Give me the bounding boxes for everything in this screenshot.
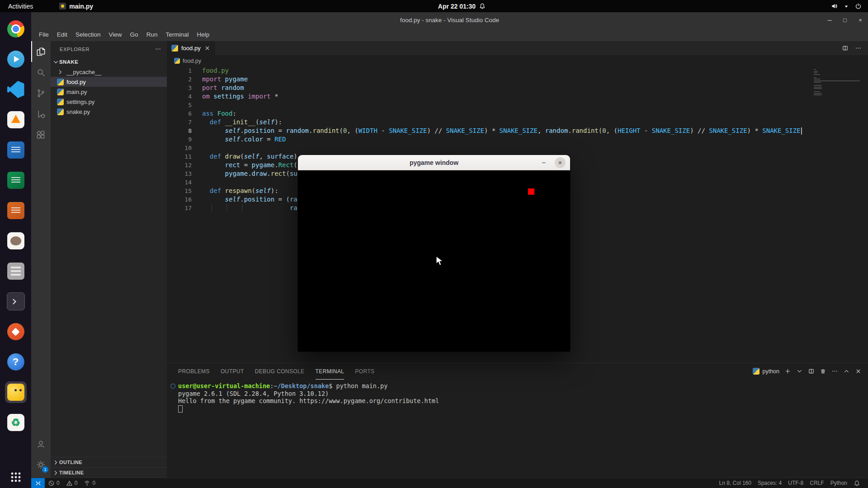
panel-tab-debug-console[interactable]: DEBUG CONSOLE bbox=[255, 363, 305, 380]
encoding[interactable]: UTF-8 bbox=[785, 478, 807, 488]
vscode-title-bar[interactable]: food.py - snake - Visual Studio Code ─□× bbox=[31, 12, 868, 28]
minimap-line bbox=[814, 85, 822, 86]
search-button[interactable] bbox=[31, 62, 51, 83]
dock-item-vlc[interactable] bbox=[5, 109, 27, 131]
pygame-minimize-button[interactable]: − bbox=[538, 157, 549, 168]
cursor-position[interactable]: Ln 8, Col 160 bbox=[716, 478, 755, 488]
file-snake-py[interactable]: snake.py bbox=[51, 107, 167, 117]
split-button[interactable] bbox=[808, 368, 815, 375]
minimap-line bbox=[814, 87, 822, 88]
panel-tab-problems[interactable]: PROBLEMS bbox=[178, 363, 210, 380]
panel-tab-output[interactable]: OUTPUT bbox=[221, 363, 244, 380]
code-line-6[interactable]: 6ass Food: bbox=[167, 109, 868, 118]
dock-item-trash[interactable]: ♻ bbox=[5, 412, 27, 433]
activities-button[interactable]: Activities bbox=[0, 0, 41, 12]
settings-gear-button[interactable]: 1 bbox=[31, 454, 51, 475]
extensions-button[interactable] bbox=[31, 124, 51, 145]
split-button[interactable] bbox=[842, 45, 849, 52]
pygame-title-bar[interactable]: pygame window −× bbox=[298, 155, 570, 170]
close-button[interactable]: × bbox=[853, 12, 868, 28]
pygame-window[interactable]: pygame window −× bbox=[298, 155, 570, 352]
code-line-2[interactable]: 2mport pygame bbox=[167, 75, 868, 84]
file-label: settings.py bbox=[66, 99, 94, 105]
minimap[interactable] bbox=[812, 66, 862, 363]
dock-item-chrome[interactable] bbox=[5, 18, 27, 40]
more-button[interactable] bbox=[855, 45, 862, 52]
command-decoration[interactable] bbox=[170, 384, 175, 389]
file-food-py[interactable]: food.py bbox=[51, 77, 167, 87]
file-settings-py[interactable]: settings.py bbox=[51, 97, 167, 107]
plus-button[interactable] bbox=[784, 368, 791, 375]
explorer-more-icon[interactable] bbox=[155, 46, 161, 52]
eol-sequence[interactable]: CRLF bbox=[807, 478, 827, 488]
dock-item-terminal[interactable] bbox=[5, 291, 27, 312]
code-line-1[interactable]: 1food.py bbox=[167, 66, 868, 75]
close-button[interactable] bbox=[855, 368, 862, 375]
terminal-instance-label[interactable]: python bbox=[753, 368, 779, 375]
chevron-down-icon bbox=[796, 368, 803, 375]
chevron-up-button[interactable] bbox=[843, 368, 850, 375]
code-line-4[interactable]: 4om settings import * bbox=[167, 92, 868, 101]
panel-tab-terminal[interactable]: TERMINAL bbox=[316, 363, 344, 380]
chevron-down-button[interactable] bbox=[796, 368, 803, 375]
terminal[interactable]: user@user-virtual-machine:~/Desktop/snak… bbox=[167, 379, 868, 478]
code-line-9[interactable]: 9 self.color = RED bbox=[167, 135, 868, 144]
focused-app-indicator[interactable]: main.py bbox=[59, 3, 93, 10]
menu-file[interactable]: File bbox=[35, 29, 53, 39]
minimize-button[interactable]: ─ bbox=[822, 12, 837, 28]
indentation[interactable]: Spaces: 4 bbox=[755, 478, 785, 488]
dock-item-vscode[interactable] bbox=[5, 79, 27, 100]
code-line-7[interactable]: 7 def __init__(self): bbox=[167, 118, 868, 127]
section-outline[interactable]: OUTLINE bbox=[51, 457, 167, 467]
run-debug-button[interactable] bbox=[31, 103, 51, 124]
remote-indicator[interactable] bbox=[31, 478, 45, 488]
account-button[interactable] bbox=[31, 433, 51, 454]
dock-item-files[interactable] bbox=[5, 260, 27, 282]
project-section-header[interactable]: SNAKE bbox=[51, 57, 167, 67]
dock-item-pygame[interactable] bbox=[5, 381, 27, 403]
show-applications-button[interactable] bbox=[10, 472, 21, 483]
dock-item-telegram[interactable] bbox=[5, 48, 27, 70]
menu-edit[interactable]: Edit bbox=[53, 29, 71, 39]
code-line-3[interactable]: 3port random bbox=[167, 84, 868, 92]
menu-view[interactable]: View bbox=[105, 29, 126, 39]
file-main-py[interactable]: main.py bbox=[51, 87, 167, 97]
explorer-button[interactable] bbox=[31, 41, 51, 62]
close-tab-icon[interactable] bbox=[204, 45, 211, 52]
menu-go[interactable]: Go bbox=[126, 29, 142, 39]
status-bar: 000 Ln 8, Col 160Spaces: 4UTF-8CRLFPytho… bbox=[31, 478, 868, 488]
dock-item-gimp[interactable] bbox=[5, 230, 27, 252]
pygame-close-button[interactable]: × bbox=[555, 157, 566, 168]
split-icon bbox=[842, 45, 849, 52]
dock-item-help[interactable]: ? bbox=[5, 351, 27, 373]
dock-item-libreoffice-impress[interactable] bbox=[5, 200, 27, 221]
menu-run[interactable]: Run bbox=[142, 29, 162, 39]
system-status-area[interactable] bbox=[831, 3, 868, 9]
dock-item-ubuntu-software[interactable] bbox=[5, 321, 27, 343]
file--pycache-[interactable]: __pycache__ bbox=[51, 67, 167, 77]
code-line-10[interactable]: 10 bbox=[167, 144, 868, 152]
menu-selection[interactable]: Selection bbox=[71, 29, 105, 39]
breadcrumb[interactable]: food.py bbox=[167, 55, 868, 66]
trash-button[interactable] bbox=[820, 368, 826, 375]
dock-item-libreoffice-writer[interactable] bbox=[5, 139, 27, 161]
problems-errors[interactable]: 0 bbox=[45, 478, 63, 488]
code-line-8[interactable]: 8 self.position = random.randint(0, (WID… bbox=[167, 127, 868, 135]
code-line-5[interactable]: 5 bbox=[167, 101, 868, 109]
problems-warnings[interactable]: 0 bbox=[63, 478, 81, 488]
menu-help[interactable]: Help bbox=[193, 29, 213, 39]
section-timeline[interactable]: TIMELINE bbox=[51, 467, 167, 478]
source-control-button[interactable] bbox=[31, 83, 51, 103]
dock-item-libreoffice-calc[interactable] bbox=[5, 169, 27, 191]
panel-tab-ports[interactable]: PORTS bbox=[355, 363, 374, 380]
language-mode[interactable]: Python bbox=[827, 478, 850, 488]
clock-menu[interactable]: Apr 22 01:30 bbox=[438, 0, 486, 12]
maximize-button[interactable]: □ bbox=[837, 12, 853, 28]
tab-food-py[interactable]: food.py bbox=[167, 41, 215, 55]
remote-icon bbox=[35, 480, 42, 487]
ports-status[interactable]: 0 bbox=[80, 478, 99, 488]
notifications[interactable] bbox=[850, 478, 863, 488]
menu-terminal[interactable]: Terminal bbox=[161, 29, 193, 39]
extensions-icon bbox=[36, 130, 46, 140]
more-button[interactable] bbox=[831, 368, 838, 375]
